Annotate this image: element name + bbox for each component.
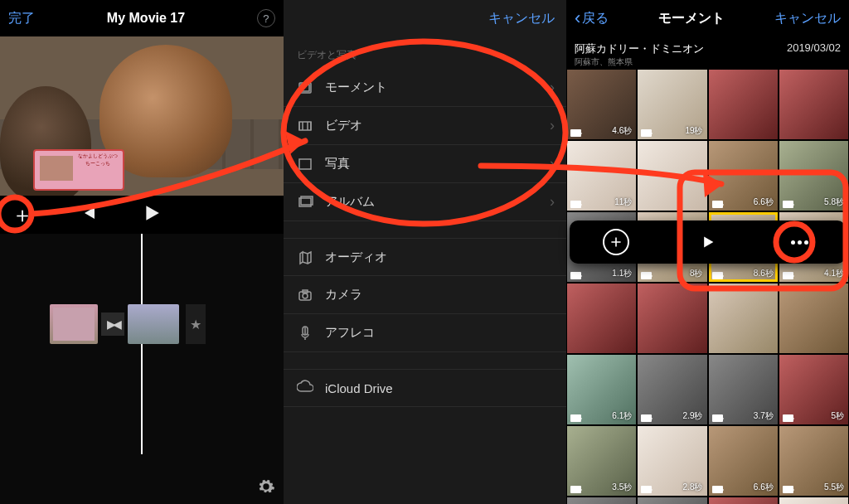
sign-text: なかよしどうぶつちーこっち (76, 153, 119, 167)
chevron-right-icon: › (550, 193, 555, 211)
thumbnail[interactable]: 5秒 (779, 355, 848, 424)
duration-label: 5.5秒 (824, 482, 844, 493)
video-preview[interactable]: なかよしどうぶつちーこっち (0, 36, 284, 196)
thumbnail[interactable] (567, 497, 636, 504)
timeline[interactable]: ▶◀ ★ (0, 234, 284, 504)
skip-back-button[interactable] (80, 205, 96, 225)
thumbnail[interactable]: 6.6秒 (709, 141, 778, 211)
play-button[interactable] (143, 204, 161, 225)
favorite-slot-icon[interactable]: ★ (186, 304, 206, 344)
thumbnail[interactable]: 5.5秒 (779, 426, 848, 496)
thumbnail[interactable] (779, 497, 848, 504)
duration-label: 8秒 (690, 268, 703, 279)
moments-title: モーメント (658, 10, 725, 27)
thumbnail[interactable]: 4.6秒 (567, 70, 636, 139)
thumbnail[interactable]: 3.5秒 (567, 426, 636, 496)
help-button[interactable]: ? (257, 9, 275, 27)
source-item-icon (297, 380, 325, 396)
clip-thumbnail[interactable] (128, 304, 179, 344)
chevron-right-icon: › (550, 155, 555, 172)
thumbnail[interactable] (709, 497, 778, 504)
source-item-7[interactable]: iCloud Drive (284, 369, 566, 407)
section-label: ビデオと写真 (284, 36, 566, 69)
thumbnail[interactable] (638, 497, 706, 504)
thumbnail[interactable]: 2.8秒 (638, 426, 706, 496)
source-item-label: アフレコ (325, 325, 375, 341)
duration-label: 4.6秒 (612, 125, 632, 137)
thumbnail[interactable]: 11秒 (567, 141, 636, 211)
thumbnail[interactable]: 2.9秒 (638, 355, 706, 424)
source-item-icon (297, 194, 325, 211)
clip-thumbnail[interactable] (50, 304, 98, 344)
source-item-icon (297, 287, 325, 303)
source-item-0[interactable]: モーメント› (284, 69, 566, 107)
video-badge-icon (783, 272, 793, 279)
video-badge-icon (783, 486, 793, 493)
popover-play-button[interactable] (695, 229, 721, 255)
thumbnail[interactable] (779, 70, 848, 139)
moment-heading: 阿蘇カドリー・ドミニオン 阿蘇市、熊本県 2019/03/02 (566, 36, 849, 70)
source-item-1[interactable]: ビデオ› (284, 107, 566, 145)
source-item-label: オーディオ (325, 250, 387, 265)
video-badge-icon (641, 486, 652, 493)
back-button[interactable]: ‹戻る (575, 7, 609, 29)
svg-point-7 (303, 293, 308, 298)
source-item-label: アルバム (325, 194, 375, 210)
clip-row: ▶◀ ★ (50, 300, 206, 348)
settings-button[interactable] (257, 477, 275, 499)
svg-rect-2 (299, 122, 311, 130)
source-item-6[interactable]: アフレコ (284, 314, 566, 352)
duration-label: 19秒 (685, 125, 702, 137)
transition-icon[interactable]: ▶◀ (101, 313, 124, 336)
source-item-4[interactable]: オーディオ (284, 238, 566, 276)
done-button[interactable]: 完了 (8, 10, 35, 27)
source-item-icon (297, 118, 325, 134)
thumbnail[interactable] (567, 284, 636, 353)
transport-bar: ＋ (0, 196, 284, 234)
thumbnail[interactable] (709, 70, 778, 139)
popover-more-button[interactable] (787, 229, 813, 255)
source-item-label: モーメント (325, 80, 387, 95)
duration-label: 6.6秒 (754, 196, 774, 208)
source-item-label: カメラ (325, 287, 362, 303)
chevron-right-icon: › (550, 79, 555, 96)
thumbnail-grid: 4.6秒19秒11秒6.6秒5.8秒1.1秒8秒8.6秒4.1秒6.1秒2.9秒… (566, 70, 849, 504)
video-badge-icon (712, 201, 723, 208)
source-item-5[interactable]: カメラ (284, 276, 566, 314)
thumbnail[interactable]: 6.1秒 (567, 355, 636, 424)
thumbnail[interactable] (779, 284, 848, 353)
project-title: My Movie 17 (107, 11, 185, 26)
source-item-3[interactable]: アルバム› (284, 183, 566, 221)
cancel-button[interactable]: キャンセル (488, 10, 555, 27)
video-badge-icon (641, 129, 652, 137)
source-item-label: iCloud Drive (325, 381, 393, 395)
thumbnail[interactable] (638, 141, 706, 211)
source-item-icon (297, 156, 325, 172)
thumbnail[interactable]: 5.8秒 (779, 141, 848, 211)
source-item-2[interactable]: 写真› (284, 145, 566, 183)
video-badge-icon (570, 129, 581, 137)
thumbnail[interactable] (709, 284, 778, 353)
video-badge-icon (570, 272, 581, 279)
duration-label: 8.6秒 (754, 268, 774, 279)
moments-pane: ‹戻る モーメント キャンセル 阿蘇カドリー・ドミニオン 阿蘇市、熊本県 201… (566, 0, 849, 504)
source-item-label: 写真 (325, 156, 350, 172)
popover-add-button[interactable] (603, 229, 629, 255)
editor-header: 完了 My Movie 17 ? (0, 0, 284, 36)
add-media-button[interactable]: ＋ (12, 201, 33, 230)
duration-label: 2.8秒 (683, 482, 703, 493)
source-item-label: ビデオ (325, 118, 362, 133)
thumbnail[interactable]: 3.7秒 (709, 355, 778, 424)
duration-label: 5秒 (831, 410, 844, 422)
duration-label: 1.1秒 (612, 268, 632, 279)
chevron-right-icon: › (550, 117, 555, 134)
video-badge-icon (783, 201, 793, 208)
video-badge-icon (783, 414, 793, 422)
cancel-button[interactable]: キャンセル (774, 10, 841, 27)
moments-header: ‹戻る モーメント キャンセル (566, 0, 849, 36)
duration-label: 6.1秒 (612, 410, 632, 422)
thumbnail[interactable]: 6.6秒 (709, 426, 778, 496)
thumbnail[interactable]: 19秒 (638, 70, 706, 139)
thumbnail[interactable] (638, 284, 706, 353)
media-header: キャンセル (284, 0, 566, 36)
